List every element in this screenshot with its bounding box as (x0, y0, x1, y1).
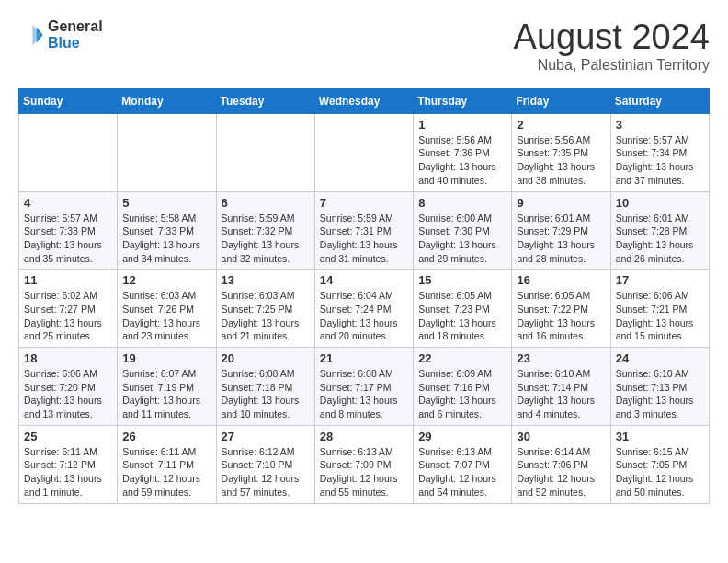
logo-icon (18, 22, 44, 48)
day-info: Sunrise: 6:08 AMSunset: 7:17 PMDaylight:… (320, 367, 408, 421)
header-wednesday: Wednesday (314, 88, 413, 113)
calendar-cell: 2Sunrise: 5:56 AMSunset: 7:35 PMDaylight… (512, 113, 610, 191)
day-info: Sunrise: 6:10 AMSunset: 7:14 PMDaylight:… (517, 367, 605, 421)
header-saturday: Saturday (610, 88, 709, 113)
logo-blue-text: Blue (48, 35, 103, 52)
day-number: 27 (222, 430, 310, 443)
day-number: 19 (122, 351, 210, 365)
day-number: 31 (616, 430, 704, 443)
week-row-1: 4Sunrise: 5:57 AMSunset: 7:33 PMDaylight… (19, 191, 710, 270)
day-info: Sunrise: 6:11 AMSunset: 7:11 PMDaylight:… (122, 445, 210, 500)
calendar-cell (216, 113, 314, 191)
day-number: 18 (24, 351, 112, 365)
calendar-cell: 29Sunrise: 6:13 AMSunset: 7:07 PMDayligh… (414, 425, 512, 503)
day-info: Sunrise: 5:59 AMSunset: 7:31 PMDaylight:… (320, 212, 408, 266)
calendar-cell: 8Sunrise: 6:00 AMSunset: 7:30 PMDaylight… (414, 191, 512, 270)
calendar-cell (19, 113, 118, 191)
calendar-cell: 27Sunrise: 6:12 AMSunset: 7:10 PMDayligh… (216, 425, 314, 503)
day-number: 3 (616, 118, 704, 132)
calendar-cell: 10Sunrise: 6:01 AMSunset: 7:28 PMDayligh… (610, 191, 709, 270)
day-info: Sunrise: 5:59 AMSunset: 7:32 PMDaylight:… (222, 212, 310, 266)
day-number: 2 (517, 118, 605, 132)
day-number: 6 (222, 196, 310, 210)
day-info: Sunrise: 6:07 AMSunset: 7:19 PMDaylight:… (122, 367, 210, 421)
calendar-cell: 21Sunrise: 6:08 AMSunset: 7:17 PMDayligh… (314, 348, 413, 426)
day-info: Sunrise: 6:05 AMSunset: 7:23 PMDaylight:… (418, 289, 506, 343)
week-row-4: 25Sunrise: 6:11 AMSunset: 7:12 PMDayligh… (19, 425, 710, 503)
day-info: Sunrise: 6:15 AMSunset: 7:05 PMDaylight:… (616, 445, 704, 500)
page-header: General Blue August 2024 Nuba, Palestini… (18, 18, 710, 74)
calendar-cell: 14Sunrise: 6:04 AMSunset: 7:24 PMDayligh… (314, 270, 413, 348)
day-number: 7 (320, 196, 408, 210)
day-info: Sunrise: 6:13 AMSunset: 7:07 PMDaylight:… (418, 445, 506, 500)
logo-general-text: General (48, 18, 103, 35)
calendar-cell: 24Sunrise: 6:10 AMSunset: 7:13 PMDayligh… (610, 348, 709, 426)
day-info: Sunrise: 6:06 AMSunset: 7:21 PMDaylight:… (616, 289, 704, 343)
calendar-cell: 30Sunrise: 6:14 AMSunset: 7:06 PMDayligh… (512, 425, 610, 503)
day-info: Sunrise: 6:05 AMSunset: 7:22 PMDaylight:… (517, 289, 605, 343)
day-number: 15 (418, 273, 506, 287)
day-info: Sunrise: 5:58 AMSunset: 7:33 PMDaylight:… (122, 212, 210, 266)
day-number: 10 (616, 196, 704, 210)
calendar-cell: 9Sunrise: 6:01 AMSunset: 7:29 PMDaylight… (512, 191, 610, 270)
day-info: Sunrise: 5:57 AMSunset: 7:34 PMDaylight:… (616, 133, 704, 188)
calendar-cell: 1Sunrise: 5:56 AMSunset: 7:36 PMDaylight… (414, 113, 512, 191)
day-number: 1 (418, 118, 506, 132)
calendar-cell: 5Sunrise: 5:58 AMSunset: 7:33 PMDaylight… (118, 191, 216, 270)
week-row-2: 11Sunrise: 6:02 AMSunset: 7:27 PMDayligh… (19, 270, 710, 348)
logo: General Blue (18, 18, 103, 51)
calendar-cell: 11Sunrise: 6:02 AMSunset: 7:27 PMDayligh… (19, 270, 118, 348)
day-info: Sunrise: 6:11 AMSunset: 7:12 PMDaylight:… (24, 445, 112, 500)
calendar-cell (118, 113, 216, 191)
day-info: Sunrise: 6:01 AMSunset: 7:29 PMDaylight:… (517, 212, 605, 266)
calendar-cell: 13Sunrise: 6:03 AMSunset: 7:25 PMDayligh… (216, 270, 314, 348)
day-number: 16 (517, 273, 605, 287)
calendar-cell: 6Sunrise: 5:59 AMSunset: 7:32 PMDaylight… (216, 191, 314, 270)
header-sunday: Sunday (19, 88, 118, 113)
calendar-cell: 28Sunrise: 6:13 AMSunset: 7:09 PMDayligh… (314, 425, 413, 503)
calendar-cell: 7Sunrise: 5:59 AMSunset: 7:31 PMDaylight… (314, 191, 413, 270)
day-info: Sunrise: 6:03 AMSunset: 7:25 PMDaylight:… (222, 289, 310, 343)
header-row: SundayMondayTuesdayWednesdayThursdayFrid… (19, 88, 710, 113)
calendar-cell: 19Sunrise: 6:07 AMSunset: 7:19 PMDayligh… (118, 348, 216, 426)
subtitle: Nuba, Palestinian Territory (514, 57, 710, 74)
calendar-cell: 17Sunrise: 6:06 AMSunset: 7:21 PMDayligh… (610, 270, 709, 348)
day-info: Sunrise: 6:09 AMSunset: 7:16 PMDaylight:… (418, 367, 506, 421)
day-info: Sunrise: 6:14 AMSunset: 7:06 PMDaylight:… (517, 445, 605, 500)
day-info: Sunrise: 6:00 AMSunset: 7:30 PMDaylight:… (418, 212, 506, 266)
day-number: 11 (24, 273, 112, 287)
day-info: Sunrise: 6:10 AMSunset: 7:13 PMDaylight:… (616, 367, 704, 421)
calendar-cell: 16Sunrise: 6:05 AMSunset: 7:22 PMDayligh… (512, 270, 610, 348)
calendar-cell: 4Sunrise: 5:57 AMSunset: 7:33 PMDaylight… (19, 191, 118, 270)
calendar-header: SundayMondayTuesdayWednesdayThursdayFrid… (19, 88, 710, 113)
day-number: 17 (616, 273, 704, 287)
day-info: Sunrise: 6:13 AMSunset: 7:09 PMDaylight:… (320, 445, 408, 500)
header-monday: Monday (118, 88, 216, 113)
header-friday: Friday (512, 88, 610, 113)
calendar-body: 1Sunrise: 5:56 AMSunset: 7:36 PMDaylight… (19, 113, 710, 503)
main-title: August 2024 (514, 18, 710, 57)
day-number: 13 (222, 273, 310, 287)
calendar-cell (314, 113, 413, 191)
day-number: 5 (122, 196, 210, 210)
day-info: Sunrise: 5:56 AMSunset: 7:35 PMDaylight:… (517, 133, 605, 188)
day-number: 24 (616, 351, 704, 365)
calendar-cell: 18Sunrise: 6:06 AMSunset: 7:20 PMDayligh… (19, 348, 118, 426)
day-number: 8 (418, 196, 506, 210)
calendar-cell: 15Sunrise: 6:05 AMSunset: 7:23 PMDayligh… (414, 270, 512, 348)
day-info: Sunrise: 5:56 AMSunset: 7:36 PMDaylight:… (418, 133, 506, 188)
day-info: Sunrise: 6:02 AMSunset: 7:27 PMDaylight:… (24, 289, 112, 343)
day-info: Sunrise: 6:04 AMSunset: 7:24 PMDaylight:… (320, 289, 408, 343)
header-thursday: Thursday (414, 88, 512, 113)
day-info: Sunrise: 5:57 AMSunset: 7:33 PMDaylight:… (24, 212, 112, 266)
day-number: 30 (517, 430, 605, 443)
day-number: 12 (122, 273, 210, 287)
title-area: August 2024 Nuba, Palestinian Territory (514, 18, 710, 74)
day-info: Sunrise: 6:08 AMSunset: 7:18 PMDaylight:… (222, 367, 310, 421)
calendar-cell: 20Sunrise: 6:08 AMSunset: 7:18 PMDayligh… (216, 348, 314, 426)
calendar-cell: 12Sunrise: 6:03 AMSunset: 7:26 PMDayligh… (118, 270, 216, 348)
week-row-3: 18Sunrise: 6:06 AMSunset: 7:20 PMDayligh… (19, 348, 710, 426)
header-tuesday: Tuesday (216, 88, 314, 113)
day-number: 26 (122, 430, 210, 443)
svg-marker-1 (32, 24, 41, 44)
